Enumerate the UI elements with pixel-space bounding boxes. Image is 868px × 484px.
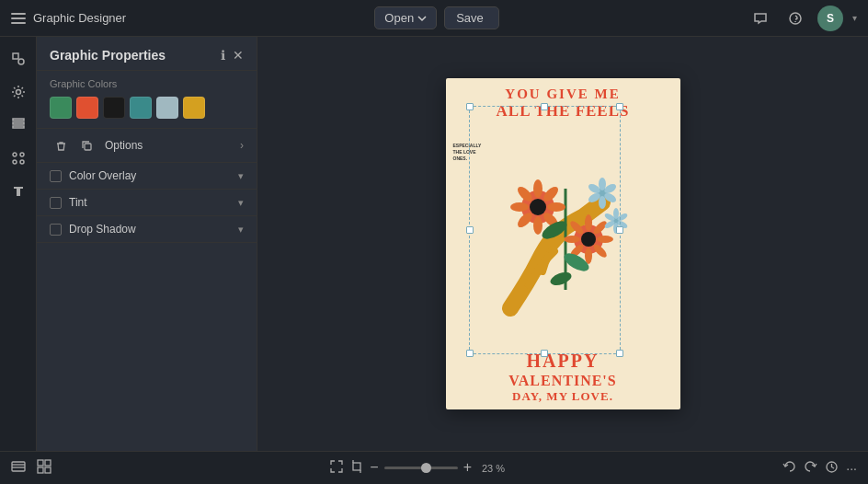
zoom-value: 23 % [477, 463, 505, 474]
svg-point-21 [510, 202, 529, 212]
drop-shadow-row: Drop Shadow ▾ [37, 216, 257, 243]
bottombar-left [11, 459, 51, 477]
tint-row: Tint ▾ [37, 190, 257, 216]
svg-rect-1 [13, 53, 18, 59]
color-overlay-chevron-icon[interactable]: ▾ [238, 170, 244, 182]
svg-point-31 [564, 236, 580, 243]
svg-point-44 [613, 223, 619, 234]
drop-shadow-label: Drop Shadow [69, 223, 231, 236]
delete-icon[interactable] [50, 134, 72, 156]
svg-rect-55 [38, 467, 43, 473]
help-icon[interactable] [782, 6, 808, 31]
account-chevron-icon[interactable]: ▾ [852, 13, 857, 23]
topbar-right: S ▾ [748, 6, 857, 31]
color-swatch-teal[interactable] [130, 97, 152, 119]
card-bottom-text: HAPPY VALENTINE'S DAY, MY LOVE. [446, 350, 680, 404]
sidebar-icon-shapes[interactable] [4, 44, 33, 74]
svg-point-0 [790, 13, 801, 24]
color-swatch-orange[interactable] [76, 97, 98, 119]
svg-rect-50 [12, 462, 25, 471]
svg-rect-4 [13, 122, 24, 124]
crop-icon[interactable] [349, 459, 364, 477]
undo-icon[interactable] [782, 460, 796, 477]
panel-header-icons: ℹ ✕ [221, 48, 244, 63]
zoom-in-icon[interactable]: + [463, 460, 472, 476]
svg-point-9 [13, 160, 17, 164]
topbar-left: Graphic Designer [11, 11, 126, 25]
sidebar-icon-text[interactable] [4, 177, 33, 206]
tint-label: Tint [69, 196, 231, 209]
topbar-center: Open Save [374, 6, 498, 29]
svg-rect-54 [45, 460, 51, 466]
color-swatch-black[interactable] [103, 97, 125, 119]
sidebar-icon-elements[interactable] [4, 144, 33, 173]
color-swatch-lightblue[interactable] [156, 97, 178, 119]
topbar: Graphic Designer Open Save S ▾ [0, 0, 868, 37]
grid-icon[interactable] [37, 459, 51, 477]
chat-icon[interactable] [748, 6, 773, 31]
drop-shadow-chevron-icon[interactable]: ▾ [238, 224, 244, 236]
drop-shadow-checkbox[interactable] [50, 224, 62, 236]
color-swatch-yellow[interactable] [183, 97, 205, 119]
more-options-icon[interactable]: ··· [846, 461, 857, 476]
bottombar-right: ··· [782, 460, 857, 477]
redo-icon[interactable] [804, 460, 817, 477]
svg-rect-56 [45, 467, 51, 473]
save-button[interactable]: Save [444, 6, 499, 29]
svg-point-8 [20, 153, 24, 156]
color-overlay-row: Color Overlay ▾ [37, 163, 257, 190]
colors-section-label: Graphic Colors [37, 71, 257, 93]
panel-title: Graphic Properties [50, 48, 166, 63]
tint-checkbox[interactable] [50, 197, 62, 209]
svg-point-3 [16, 90, 20, 95]
zoom-out-icon[interactable]: − [370, 460, 378, 476]
svg-rect-6 [13, 119, 24, 121]
card-illustration [455, 133, 671, 336]
svg-rect-11 [85, 144, 91, 150]
panel-close-icon[interactable]: ✕ [233, 48, 244, 63]
open-button[interactable]: Open [374, 6, 437, 29]
svg-point-49 [548, 270, 573, 287]
svg-point-41 [613, 208, 619, 219]
options-label: Options [105, 139, 240, 152]
svg-point-37 [599, 196, 606, 209]
properties-panel: Graphic Properties ℹ ✕ Graphic Colors Op… [37, 37, 257, 451]
svg-point-27 [597, 236, 613, 243]
sidebar-icons [0, 37, 37, 451]
svg-rect-5 [13, 126, 24, 128]
fit-icon[interactable] [329, 459, 344, 477]
canvas-area[interactable]: YOU GIVE ME ALL THE FEELS ESPECIALLY THE… [257, 37, 868, 451]
svg-point-17 [547, 202, 565, 212]
svg-point-34 [599, 178, 606, 190]
avatar[interactable]: S [817, 6, 843, 31]
panel-header: Graphic Properties ℹ ✕ [37, 37, 257, 71]
bottombar: − + 23 % ··· [0, 451, 868, 484]
sidebar-icon-layers[interactable] [4, 110, 33, 140]
color-swatch-green[interactable] [50, 97, 72, 119]
layers-icon[interactable] [11, 459, 26, 477]
menu-icon[interactable] [11, 13, 26, 24]
open-chevron-icon [417, 14, 427, 23]
history-icon[interactable] [825, 460, 839, 477]
svg-point-2 [18, 59, 24, 64]
options-chevron-icon[interactable]: › [240, 139, 244, 152]
card-top-text: YOU GIVE ME ALL THE FEELS [446, 86, 680, 121]
svg-point-14 [530, 199, 546, 215]
options-row: Options › [37, 129, 257, 163]
svg-point-24 [581, 232, 596, 247]
sidebar-icon-settings[interactable] [4, 77, 33, 107]
zoom-slider-thumb[interactable] [421, 463, 431, 473]
copy-icon[interactable] [75, 134, 97, 156]
color-overlay-checkbox[interactable] [50, 170, 62, 182]
app-title: Graphic Designer [33, 11, 126, 25]
svg-point-10 [20, 160, 24, 164]
svg-rect-53 [38, 460, 43, 466]
svg-rect-57 [353, 463, 360, 470]
panel-info-icon[interactable]: ℹ [221, 48, 225, 63]
main-area: Graphic Properties ℹ ✕ Graphic Colors Op… [0, 37, 868, 451]
svg-point-7 [13, 153, 17, 156]
design-card[interactable]: YOU GIVE ME ALL THE FEELS ESPECIALLY THE… [446, 78, 680, 409]
color-overlay-label: Color Overlay [69, 169, 231, 182]
zoom-slider[interactable] [384, 467, 458, 469]
tint-chevron-icon[interactable]: ▾ [238, 197, 244, 209]
